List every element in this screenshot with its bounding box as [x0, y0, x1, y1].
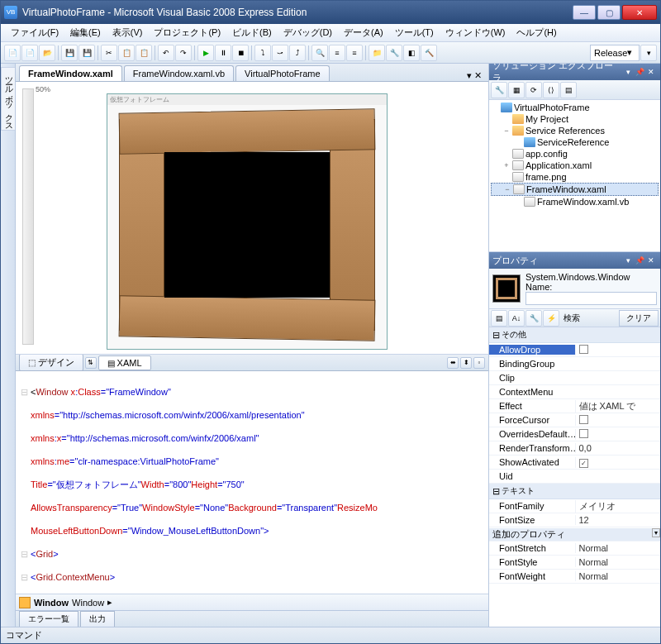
uncomment-button[interactable]: ≡: [346, 45, 363, 61]
xaml-tab[interactable]: ▤ XAML: [98, 355, 151, 370]
output-tab[interactable]: 出力: [80, 611, 115, 627]
cut-button[interactable]: ✂: [101, 45, 117, 61]
pin-icon[interactable]: 📌: [634, 255, 645, 266]
step-into-button[interactable]: ⤵: [254, 45, 271, 61]
property-row[interactable]: FontFamilyメイリオ: [489, 499, 660, 513]
tree-node[interactable]: −Service References: [491, 125, 659, 136]
tab-dropdown-icon[interactable]: ▾: [467, 70, 472, 81]
zoom-ruler[interactable]: [22, 88, 34, 345]
menu-file[interactable]: ファイル(F): [6, 25, 64, 41]
toolbox-button[interactable]: 🔨: [421, 45, 437, 61]
menu-data[interactable]: データ(A): [339, 25, 388, 41]
menu-help[interactable]: ヘルプ(H): [511, 25, 561, 41]
element-breadcrumb[interactable]: Window Window ▸: [16, 594, 488, 610]
property-grid[interactable]: ⊟ その他AllowDropBindingGroupClipContextMen…: [489, 327, 660, 627]
object-browser-button[interactable]: ◧: [403, 45, 420, 61]
name-input[interactable]: [525, 292, 657, 305]
show-all-button[interactable]: ▦: [508, 82, 525, 98]
designer-surface[interactable]: 50% 仮想フォトフレーム: [16, 82, 488, 355]
titlebar[interactable]: VB VirtualPhotoFrame - Microsoft Visual …: [1, 1, 660, 24]
properties-mode-button[interactable]: 🔧: [525, 310, 542, 327]
close-panel-icon[interactable]: ✕: [645, 66, 657, 78]
tab-framewindow-xaml[interactable]: FrameWindow.xaml: [19, 65, 122, 81]
view-code-button[interactable]: ⟨⟩: [543, 82, 559, 98]
copy-button[interactable]: 📋: [118, 45, 135, 61]
events-mode-button[interactable]: ⚡: [543, 310, 559, 327]
breadcrumb-item[interactable]: Window: [72, 598, 104, 608]
error-list-tab[interactable]: エラー一覧: [19, 611, 78, 627]
additional-properties[interactable]: 追加のプロパティ ▾: [489, 527, 660, 541]
swap-panes-button[interactable]: ⇅: [85, 357, 97, 369]
property-row[interactable]: Effect値は XAML で: [489, 399, 660, 413]
property-row[interactable]: BindingGroup: [489, 357, 660, 371]
pause-button[interactable]: ⏸: [215, 45, 231, 61]
split-vertical-button[interactable]: ⬍: [460, 357, 472, 369]
alphabetical-button[interactable]: A↓: [508, 310, 525, 327]
design-tab[interactable]: ⬚ デザイン: [19, 354, 83, 371]
properties-button[interactable]: 🔧: [491, 82, 507, 98]
dropdown-icon[interactable]: ▾: [622, 66, 634, 78]
comment-button[interactable]: ≡: [329, 45, 345, 61]
tree-node[interactable]: −FrameWindow.xaml: [491, 183, 659, 196]
minimize-button[interactable]: —: [573, 5, 596, 20]
step-out-button[interactable]: ⤴: [289, 45, 306, 61]
menu-view[interactable]: 表示(V): [107, 25, 148, 41]
tree-node[interactable]: +Application.xaml: [491, 160, 659, 171]
toolbar-overflow-button[interactable]: ▾: [640, 45, 657, 61]
design-canvas[interactable]: 仮想フォトフレーム: [107, 93, 388, 350]
step-over-button[interactable]: ⤻: [272, 45, 288, 61]
config-dropdown[interactable]: Release ▾: [590, 45, 640, 61]
property-row[interactable]: ContextMenu: [489, 385, 660, 399]
split-horizontal-button[interactable]: ⬌: [447, 357, 459, 369]
menu-window[interactable]: ウィンドウ(W): [440, 25, 511, 41]
view-designer-button[interactable]: ▤: [560, 82, 577, 98]
close-panel-icon[interactable]: ✕: [645, 255, 657, 266]
maximize-button[interactable]: ▢: [597, 5, 621, 20]
refresh-button[interactable]: ⟳: [525, 82, 542, 98]
pin-icon[interactable]: 📌: [634, 66, 645, 78]
tree-node[interactable]: app.config: [491, 148, 659, 160]
tab-close-icon[interactable]: ✕: [474, 70, 482, 81]
tree-node[interactable]: frame.png: [491, 171, 659, 183]
property-row[interactable]: ShowActivated✓: [489, 456, 660, 470]
properties-button[interactable]: 🔧: [386, 45, 402, 61]
tree-node[interactable]: ServiceReference: [491, 136, 659, 148]
undo-button[interactable]: ↶: [158, 45, 174, 61]
paste-button[interactable]: 📋: [136, 45, 152, 61]
redo-button[interactable]: ↷: [175, 45, 192, 61]
property-row[interactable]: ForceCursor: [489, 413, 660, 427]
run-button[interactable]: ▶: [197, 45, 214, 61]
breadcrumb-root[interactable]: Window: [34, 598, 69, 608]
menu-tools[interactable]: ツール(T): [390, 25, 439, 41]
collapse-pane-button[interactable]: ▫: [473, 357, 485, 369]
solution-tree[interactable]: VirtualPhotoFrameMy Project−Service Refe…: [489, 100, 660, 252]
property-row[interactable]: RenderTransform…0,0: [489, 441, 660, 456]
categorized-button[interactable]: ▤: [491, 310, 507, 327]
tree-node[interactable]: My Project: [491, 113, 659, 125]
tree-node[interactable]: VirtualPhotoFrame: [491, 102, 659, 113]
property-row[interactable]: Uid: [489, 470, 660, 484]
clear-button[interactable]: クリア: [619, 310, 659, 327]
solution-explorer-header[interactable]: ソリューション エクスプローラ ▾ 📌 ✕: [489, 64, 660, 80]
menu-build[interactable]: ビルド(B): [227, 25, 277, 41]
property-row[interactable]: AllowDrop: [489, 343, 660, 357]
property-row[interactable]: Clip: [489, 371, 660, 385]
tab-virtualphotoframe[interactable]: VirtualPhotoFrame: [235, 65, 330, 81]
property-row[interactable]: OverridesDefault…: [489, 427, 660, 441]
xaml-editor[interactable]: ⊟<Window x:Class="FrameWindow" xmlns="ht…: [16, 371, 488, 594]
open-button[interactable]: 📂: [39, 45, 55, 61]
menu-debug[interactable]: デバッグ(D): [278, 25, 337, 41]
menu-edit[interactable]: 編集(E): [65, 25, 106, 41]
solution-explorer-button[interactable]: 📁: [369, 45, 385, 61]
properties-header[interactable]: プロパティ ▾ 📌 ✕: [489, 252, 660, 269]
toolbox-tab[interactable]: ツールボックス: [1, 67, 15, 131]
property-category[interactable]: ⊟ その他: [489, 327, 660, 343]
dropdown-icon[interactable]: ▾: [622, 255, 634, 266]
close-button[interactable]: ✕: [622, 5, 657, 20]
add-item-button[interactable]: 📄: [21, 45, 38, 61]
save-all-button[interactable]: 💾: [78, 45, 95, 61]
stop-button[interactable]: ⏹: [232, 45, 249, 61]
save-button[interactable]: 💾: [61, 45, 78, 61]
search-label[interactable]: 検索: [560, 312, 618, 324]
property-row[interactable]: FontStyleNormal: [489, 556, 660, 570]
